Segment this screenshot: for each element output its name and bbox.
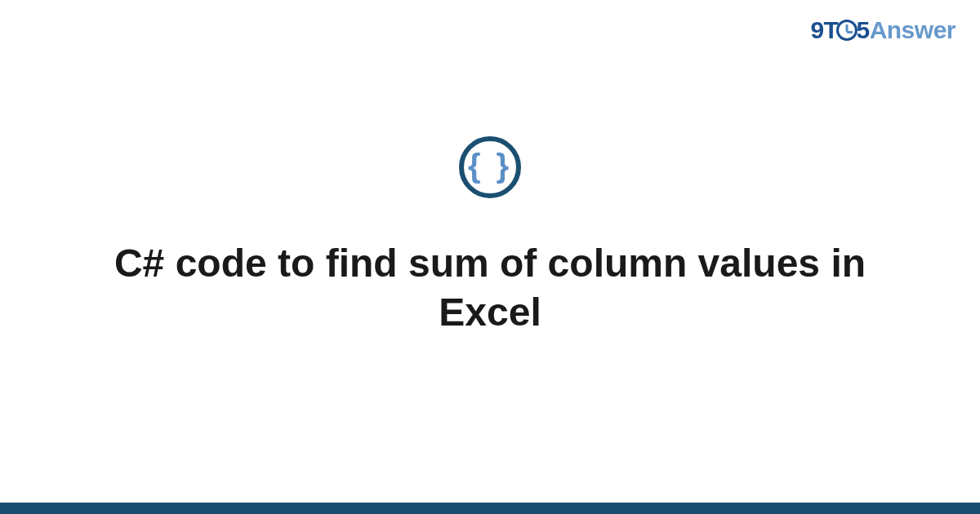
footer-accent-bar	[0, 503, 980, 514]
clock-icon	[836, 20, 858, 41]
category-icon-circle: { }	[459, 136, 521, 198]
main-content: { } C# code to find sum of column values…	[0, 136, 980, 337]
code-braces-icon: { }	[468, 149, 512, 182]
logo-text-5: 5	[856, 16, 869, 43]
logo-text-9t: 9T	[810, 16, 838, 43]
site-logo: 9T5Answer	[810, 16, 956, 44]
logo-text-answer: Answer	[870, 16, 956, 43]
page-title: C# code to find sum of column values in …	[0, 239, 980, 337]
